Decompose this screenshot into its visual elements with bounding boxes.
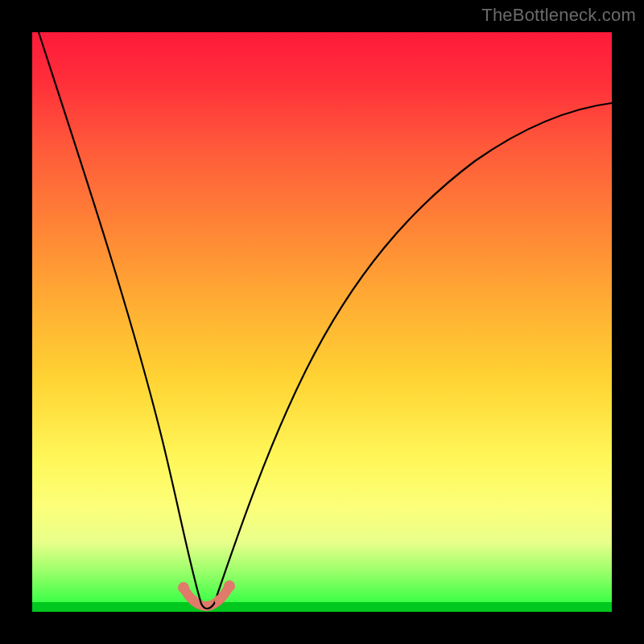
plot-area (32, 32, 612, 612)
chart-svg (32, 32, 612, 612)
valley-dot-right (224, 580, 235, 592)
bottleneck-curve (39, 32, 612, 609)
valley-dot-mid-r (214, 595, 224, 605)
valley-dot-mid-l (188, 595, 198, 605)
valley-dot-left (178, 582, 189, 593)
green-baseline-band (32, 602, 612, 612)
chart-frame: TheBottleneck.com (0, 0, 644, 644)
watermark-text: TheBottleneck.com (481, 5, 636, 26)
